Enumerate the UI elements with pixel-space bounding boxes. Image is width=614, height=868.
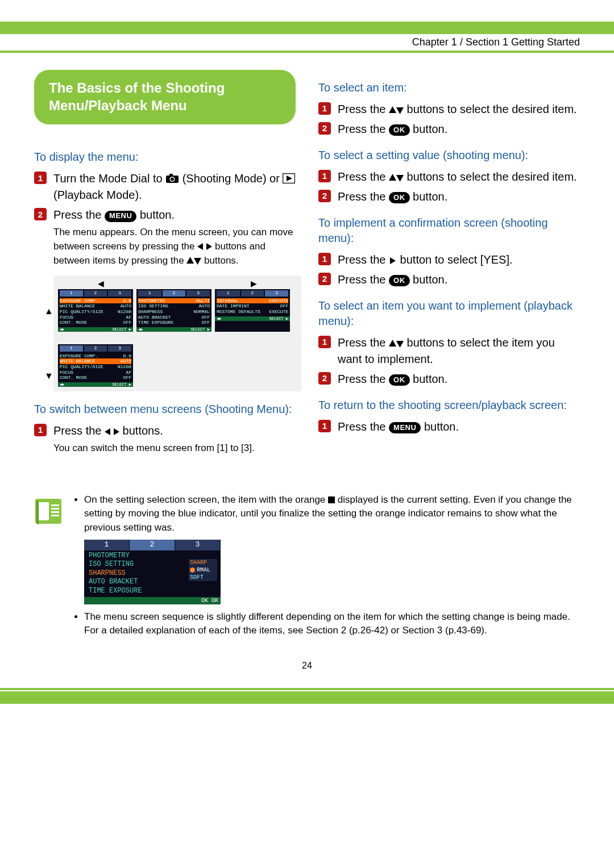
menu-button-icon: MENU	[389, 422, 421, 433]
note-bullet-2: The menu screen sequence is slightly dif…	[84, 610, 580, 638]
playback-icon	[283, 173, 295, 183]
svg-rect-23	[51, 511, 59, 513]
subhead-playback-item: To select an item you want to implement …	[318, 298, 580, 329]
svg-marker-18	[396, 341, 404, 348]
svg-marker-13	[396, 107, 404, 114]
square-icon	[328, 496, 335, 503]
down-arrow-icon: ▼	[44, 371, 53, 381]
subhead-select-item: To select an item:	[318, 80, 580, 95]
svg-marker-7	[206, 243, 212, 250]
note-menu-screenshot: 1 2 3 PHOTOMETRY ISO SETTING SHARPNESS A…	[84, 540, 221, 604]
step-select-item-2: Press the OK button.	[318, 121, 580, 137]
orange-indicator-icon	[190, 567, 195, 573]
svg-marker-10	[105, 428, 110, 435]
right-arrow-icon: ▶	[251, 279, 257, 288]
note-icon	[34, 495, 63, 526]
camera-icon	[165, 173, 179, 183]
svg-rect-22	[51, 508, 59, 510]
ok-button-icon: OK	[389, 374, 410, 386]
up-down-arrow-icon	[389, 174, 404, 182]
right-arrow-icon	[389, 257, 397, 265]
up-arrow-icon: ▲	[44, 306, 53, 316]
up-down-arrow-icon	[389, 340, 404, 348]
subhead-confirmation: To implement a confirmation screen (shoo…	[318, 215, 580, 246]
step-select-item-1: Press the buttons to select the desired …	[318, 101, 580, 118]
svg-rect-1	[169, 174, 173, 176]
step-select-value-2: Press the OK button.	[318, 189, 580, 205]
svg-rect-24	[51, 515, 59, 516]
step-press-menu: Press the MENU button. The menu appears.…	[34, 207, 296, 268]
left-right-arrow-icon	[197, 243, 212, 251]
svg-marker-14	[389, 174, 396, 181]
up-down-arrow-icon	[186, 257, 201, 265]
svg-marker-9	[194, 258, 201, 265]
svg-rect-21	[51, 504, 59, 506]
up-down-arrow-icon	[389, 106, 404, 114]
left-right-arrow-icon	[105, 428, 119, 436]
step-return-1: Press the MENU button.	[318, 419, 580, 435]
subhead-return: To return to the shooting screen/playbac…	[318, 398, 580, 413]
step-select-value-1: Press the buttons to select the desired …	[318, 169, 580, 185]
mini-menu-1: 1 2 3 EXPOSURE COMP.0.0 WHITE BALANCEAUT…	[58, 289, 133, 332]
svg-marker-16	[390, 257, 396, 264]
svg-marker-5	[287, 176, 292, 181]
step-confirm-2: Press the OK button.	[318, 272, 580, 288]
mini-menu-2: 1 2 3 PHOTOMETRYMULTI ISO SETTINGAUTO SH…	[136, 289, 211, 332]
subhead-select-value: To select a setting value (shooting menu…	[318, 148, 580, 163]
ok-button-icon: OK	[389, 275, 410, 286]
step-turn-mode-dial: Turn the Mode Dial to (Shooting Mode) or…	[34, 170, 296, 203]
svg-point-3	[171, 178, 174, 181]
left-arrow-icon: ◀	[98, 279, 104, 288]
breadcrumb: Chapter 1 / Section 1 Getting Started	[412, 36, 580, 48]
svg-rect-20	[39, 502, 49, 520]
section-title: The Basics of the Shooting Menu/Playback…	[34, 70, 296, 124]
menu-button-icon: MENU	[105, 211, 136, 222]
subhead-display-menu: To display the menu:	[34, 149, 296, 165]
step-press-lr: Press the buttons. You can switch the me…	[34, 423, 296, 456]
svg-marker-8	[186, 257, 194, 264]
menu-screenshot: ◀ ▶ ▲ ▼ 1 2 3 EXPOSURE COMP.0.0	[53, 276, 301, 391]
mini-menu-1b: 1 2 3 EXPOSURE COMP.0.0 WHITE BALANCEAUT…	[58, 344, 133, 387]
step-confirm-1: Press the button to select [YES].	[318, 252, 580, 268]
page-number: 24	[0, 661, 614, 671]
svg-marker-11	[114, 428, 119, 435]
ok-button-icon: OK	[389, 192, 410, 203]
svg-marker-17	[389, 340, 396, 347]
step-playback-1: Press the buttons to select the item you…	[318, 335, 580, 368]
svg-marker-12	[389, 106, 396, 113]
step-playback-2: Press the OK button.	[318, 371, 580, 387]
svg-marker-15	[396, 175, 404, 182]
mini-menu-3: 1 2 3 INTERVALEXECUTE DATE IMPRINTOFF RE…	[215, 289, 290, 332]
ok-button-icon: OK	[389, 124, 410, 136]
subhead-switch-screens: To switch between menu screens (Shooting…	[34, 402, 296, 417]
svg-rect-25	[328, 496, 335, 503]
note-bullet-1: On the setting selection screen, the ite…	[84, 493, 580, 604]
svg-marker-6	[197, 243, 203, 250]
